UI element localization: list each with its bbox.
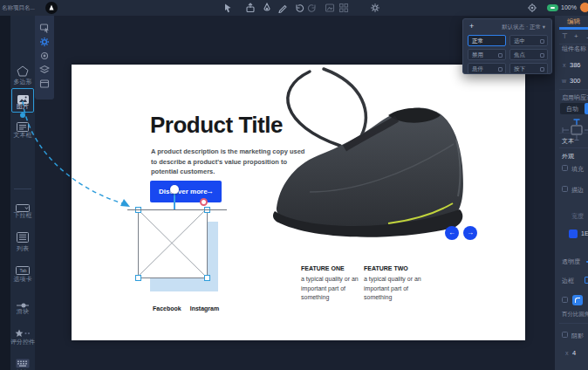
- components-icon[interactable]: [338, 3, 349, 13]
- stroke-checkbox[interactable]: [562, 186, 568, 192]
- selection-handle-se[interactable]: [204, 275, 210, 281]
- responsive-label: 启用响应式: [562, 93, 588, 102]
- feature-line: something: [364, 293, 432, 303]
- shadow-x-value[interactable]: 4: [572, 349, 576, 357]
- avatar[interactable]: [579, 2, 588, 13]
- target-icon[interactable]: [527, 3, 537, 13]
- stroke-label: 描边: [571, 186, 584, 195]
- checkbox-icon[interactable]: [498, 67, 503, 72]
- shadow-label: 阴影: [571, 332, 584, 340]
- toggle-auto[interactable]: 自动: [560, 103, 585, 114]
- feature-line: important part of: [364, 284, 432, 294]
- w-field-label: w: [562, 78, 566, 84]
- carousel-prev-button[interactable]: ←: [445, 226, 459, 240]
- carousel-next-button[interactable]: →: [463, 226, 477, 240]
- state-chip-focus[interactable]: 焦点: [509, 49, 548, 60]
- border-style-icon[interactable]: [585, 277, 588, 284]
- default-state-dropdown[interactable]: 默认状态 · 正常 ▾: [502, 24, 545, 31]
- library-item-tab[interactable]: 选项卡: [10, 275, 35, 284]
- drag-origin-dot: [20, 113, 25, 118]
- feature-title: FEATURE TWO: [364, 265, 432, 271]
- board-select-icon[interactable]: [39, 23, 50, 33]
- library-item-slider[interactable]: 滑块: [10, 307, 35, 316]
- layers-icon[interactable]: [39, 65, 50, 75]
- checkbox-icon[interactable]: [540, 67, 544, 72]
- checkbox-icon[interactable]: [540, 53, 544, 58]
- image-frame-icon[interactable]: [325, 3, 335, 13]
- state-chip-hover[interactable]: 悬停: [468, 63, 506, 74]
- radius-label: 百分比圆角: [562, 311, 588, 319]
- responsive-toggle: 自动 手动: [560, 103, 588, 114]
- minus-icon: [550, 7, 555, 9]
- shadow-x-label: x: [565, 350, 569, 356]
- export-icon[interactable]: [245, 3, 256, 13]
- state-chip-disabled[interactable]: 禁用: [468, 49, 506, 60]
- x-field-value[interactable]: 386: [570, 61, 581, 69]
- discover-more-button[interactable]: Discover more →: [150, 181, 222, 202]
- undo-icon[interactable]: [294, 3, 304, 13]
- library-item-dropdown[interactable]: 下拉框: [10, 211, 35, 220]
- library-item-textbox[interactable]: 文本框: [10, 131, 35, 140]
- corner-radius-icon[interactable]: [572, 295, 583, 305]
- collapsed-panel-strip: [0, 16, 10, 370]
- project-name[interactable]: 名称项目名...: [2, 4, 35, 12]
- settings-gear-icon[interactable]: [370, 3, 380, 13]
- pencil-tool-icon[interactable]: [277, 3, 288, 13]
- target-tool-icon[interactable]: [39, 51, 50, 61]
- remote-cursor-indicator: [200, 198, 208, 206]
- feature-block-one[interactable]: FEATURE ONE a typical quality or an impo…: [301, 265, 369, 303]
- edit-tab[interactable]: 编辑: [567, 17, 580, 26]
- w-field-value[interactable]: 300: [570, 77, 581, 85]
- align-top-icon[interactable]: ⊤: [562, 32, 568, 40]
- feature-block-two[interactable]: FEATURE TWO a typical quality or an impo…: [364, 265, 432, 303]
- appearance-section-label: 外观: [562, 152, 574, 161]
- pen-tool-icon[interactable]: [262, 3, 272, 13]
- image-placeholder-selected[interactable]: [138, 209, 208, 278]
- state-chip-pressed[interactable]: 按下: [509, 63, 548, 74]
- library-item-image[interactable]: 图片: [10, 102, 35, 111]
- tab-underline: [559, 27, 588, 30]
- component-library-panel: 多边形 图片 文本框 下拉框 列表 Tab 选项卡 滑块 评分控件 键盘: [10, 16, 35, 370]
- library-item-rating[interactable]: 评分控件: [10, 338, 35, 346]
- instagram-link[interactable]: Instagram: [190, 305, 219, 312]
- stroke-color-swatch[interactable]: [569, 230, 578, 238]
- x-field-label: x: [563, 62, 566, 68]
- feature-line: something: [301, 293, 369, 303]
- panel-divider: [559, 147, 588, 148]
- panel-divider: [559, 89, 588, 90]
- checkbox-icon[interactable]: [498, 53, 503, 58]
- opacity-label: 透明度: [562, 257, 580, 266]
- toggle-manual[interactable]: 手动: [585, 103, 588, 114]
- library-item-list[interactable]: 列表: [10, 244, 35, 253]
- zoom-level[interactable]: 100%: [561, 4, 577, 10]
- add-state-button[interactable]: +: [469, 22, 474, 31]
- checkbox-icon[interactable]: [540, 39, 544, 44]
- frame-tool-icon[interactable]: [39, 79, 50, 89]
- state-chip-normal[interactable]: 正常: [468, 35, 506, 46]
- library-item-polygon[interactable]: 多边形: [10, 78, 35, 86]
- move-icon[interactable]: +: [574, 32, 578, 40]
- fill-checkbox[interactable]: [562, 165, 568, 171]
- placeholder-x-icon: [139, 210, 207, 278]
- smart-guide-horizontal: [127, 209, 227, 210]
- panel-divider: [14, 188, 31, 189]
- shoelace: [324, 69, 366, 136]
- radius-checkbox[interactable]: [562, 297, 568, 303]
- app-logo-icon[interactable]: [45, 2, 58, 14]
- artboard[interactable]: Product Title A product description is t…: [72, 65, 525, 340]
- state-chip-selected[interactable]: 选中: [509, 35, 548, 46]
- chevron-down-icon: ▾: [543, 24, 545, 30]
- sneaker-image[interactable]: [257, 61, 475, 253]
- fill-label: 填充: [571, 165, 584, 174]
- svg-text:Tab: Tab: [20, 268, 27, 273]
- facebook-link[interactable]: Facebook: [153, 305, 181, 312]
- feature-title: FEATURE ONE: [301, 265, 369, 271]
- design-app: { "topbar": { "project_name": "名称项目名..."…: [0, 0, 588, 370]
- status-badge[interactable]: [547, 4, 558, 11]
- cursor-tool-icon[interactable]: [222, 3, 233, 13]
- gear-tool-icon[interactable]: [39, 37, 50, 47]
- selection-handle-sw[interactable]: [135, 275, 141, 281]
- redo-icon[interactable]: [307, 3, 318, 13]
- shadow-checkbox[interactable]: [562, 332, 568, 338]
- stroke-color-hex[interactable]: 1E53F0: [581, 230, 588, 236]
